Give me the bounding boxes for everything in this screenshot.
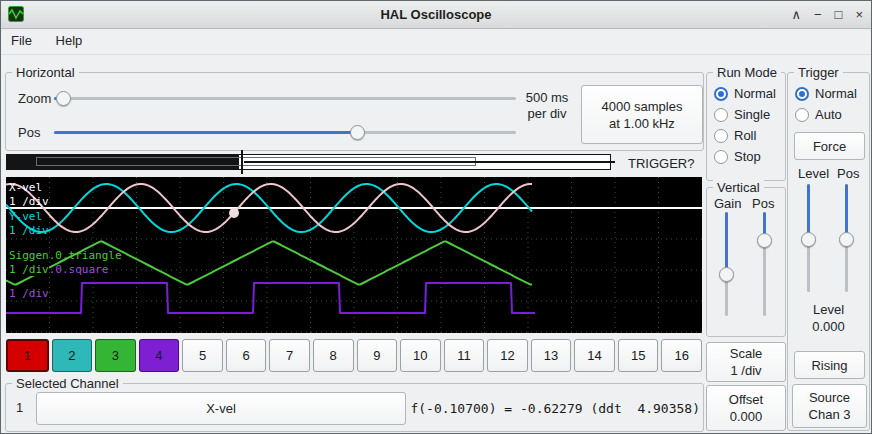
trigger-option-auto[interactable]: Auto: [795, 104, 857, 125]
close-icon[interactable]: ×: [855, 7, 863, 22]
runmode-option-roll[interactable]: Roll: [714, 125, 776, 146]
channel-button-10[interactable]: 10: [400, 339, 441, 372]
trigger-pos-slider-knob[interactable]: [839, 232, 854, 247]
channel-button-11[interactable]: 11: [444, 339, 485, 372]
trigger-pos-label: Pos: [837, 166, 859, 181]
channel-strip: 12345678910111213141516: [6, 339, 702, 372]
force-button[interactable]: Force: [794, 132, 865, 160]
vertical-gain-slider-knob[interactable]: [719, 267, 734, 282]
channel-button-14[interactable]: 14: [574, 339, 615, 372]
shade-icon[interactable]: ∧: [791, 7, 801, 22]
samples-button[interactable]: 4000 samples at 1.00 kHz: [581, 85, 703, 144]
run-mode-group-label: Run Mode: [713, 65, 781, 80]
trigger-radios: NormalAuto: [795, 83, 857, 125]
selected-channel-name-button[interactable]: X-vel: [36, 392, 406, 425]
selected-channel-number: 1: [16, 400, 23, 415]
maximize-icon[interactable]: □: [835, 7, 843, 22]
channel-button-2[interactable]: 2: [52, 339, 93, 372]
menu-help[interactable]: Help: [46, 29, 93, 52]
channel-button-13[interactable]: 13: [531, 339, 572, 372]
app-window: HAL Oscilloscope ∧ − □ × File Help Horiz…: [0, 0, 872, 434]
pos-label: Pos: [18, 125, 40, 140]
channel-button-7[interactable]: 7: [269, 339, 310, 372]
trigger-level-value: 0.000: [788, 318, 869, 336]
scope-label-ch2-name: Y-vel: [9, 210, 42, 223]
vertical-group-label: Vertical: [713, 180, 764, 195]
trigger-status-label: TRIGGER?: [628, 156, 694, 171]
horizontal-group: Horizontal Zoom 500 ms per div 4000 samp…: [5, 72, 704, 151]
trigger-source-button[interactable]: Source Chan 3: [792, 384, 867, 428]
channel-button-6[interactable]: 6: [226, 339, 267, 372]
trigger-group: Trigger NormalAuto Force Level Pos Level…: [787, 72, 870, 431]
radio-selected-icon: [714, 87, 728, 101]
vertical-pos-slider[interactable]: [757, 212, 772, 316]
vertical-pos-slider-knob[interactable]: [757, 233, 772, 248]
window-controls: ∧ − □ ×: [791, 1, 863, 28]
radio-selected-icon: [795, 87, 809, 101]
minimize-icon[interactable]: −: [814, 7, 822, 22]
selected-channel-group-label: Selected Channel: [12, 376, 123, 391]
trigger-option-normal[interactable]: Normal: [795, 83, 857, 104]
channel-button-8[interactable]: 8: [313, 339, 354, 372]
channel-button-1[interactable]: 1: [6, 339, 49, 372]
runmode-option-stop[interactable]: Stop: [714, 146, 776, 167]
vertical-pos-label: Pos: [752, 196, 774, 211]
runmode-option-label: Normal: [734, 86, 776, 101]
scope-label-ch3-name: Siggen.0.triangle: [9, 249, 122, 262]
titlebar: HAL Oscilloscope ∧ − □ ×: [1, 1, 871, 29]
scope-label-ch3-scale: 1 /div: [9, 263, 49, 276]
selected-channel-group: Selected Channel 1 X-vel f(-0.10700) = -…: [5, 383, 704, 432]
runmode-option-label: Roll: [734, 128, 756, 143]
channel-button-5[interactable]: 5: [182, 339, 223, 372]
pos-slider-fill: [54, 131, 357, 134]
trigger-edge-button[interactable]: Rising: [794, 351, 865, 379]
vertical-gain-label: Gain: [714, 196, 741, 211]
scope-label-ch4-scale: 1 /div: [9, 287, 49, 300]
channel-button-9[interactable]: 9: [357, 339, 398, 372]
trigger-position-marker[interactable]: [241, 150, 243, 174]
pos-slider-knob[interactable]: [350, 125, 365, 140]
trigger-level-slider-knob[interactable]: [801, 232, 816, 247]
scope-channel-labels: X-vel1 /divY-vel1 /divSiggen.0.triangleS…: [6, 177, 702, 333]
capture-position-bar[interactable]: [6, 150, 626, 174]
trigger-level-slider[interactable]: [801, 184, 816, 292]
window-title: HAL Oscilloscope: [1, 7, 871, 22]
runmode-option-normal[interactable]: Normal: [714, 83, 776, 104]
radio-unselected-icon: [714, 129, 728, 143]
radio-unselected-icon: [795, 108, 809, 122]
zoom-label: Zoom: [18, 91, 51, 106]
scale-button[interactable]: Scale 1 /div: [706, 342, 786, 382]
zoom-slider-track: [54, 97, 516, 100]
zoom-slider[interactable]: [54, 90, 516, 106]
scope-label-ch1-name: X-vel: [9, 181, 42, 194]
scope-label-ch2-scale: 1 /div: [9, 224, 49, 237]
pos-slider[interactable]: [54, 124, 516, 140]
channel-button-3[interactable]: 3: [95, 339, 136, 372]
scope-label-ch1-scale: 1 /div: [9, 195, 49, 208]
run-mode-group: Run Mode NormalSingleRollStop: [706, 72, 786, 181]
channel-button-15[interactable]: 15: [618, 339, 659, 372]
per-div-readout: 500 ms per div: [514, 89, 580, 123]
offset-button[interactable]: Offset 0.000: [706, 385, 786, 431]
channel-button-12[interactable]: 12: [487, 339, 528, 372]
radio-unselected-icon: [714, 108, 728, 122]
trigger-pos-slider[interactable]: [839, 184, 854, 292]
radio-unselected-icon: [714, 150, 728, 164]
runmode-option-label: Stop: [734, 149, 761, 164]
trigger-group-label: Trigger: [794, 65, 843, 80]
channel-button-4[interactable]: 4: [139, 339, 180, 372]
run-mode-radios: NormalSingleRollStop: [714, 83, 776, 167]
scope-display[interactable]: X-vel1 /divY-vel1 /divSiggen.0.triangleS…: [6, 177, 702, 333]
menu-file[interactable]: File: [1, 29, 42, 52]
trigger-option-label: Normal: [815, 86, 857, 101]
capture-bar-line: [244, 161, 615, 163]
runmode-option-label: Single: [734, 107, 770, 122]
zoom-slider-knob[interactable]: [56, 91, 71, 106]
menubar: File Help: [1, 29, 871, 55]
runmode-option-single[interactable]: Single: [714, 104, 776, 125]
vertical-gain-slider[interactable]: [719, 212, 734, 316]
vertical-group: Vertical Gain Pos: [706, 187, 786, 337]
trigger-option-label: Auto: [815, 107, 842, 122]
trigger-level-label: Level: [798, 166, 829, 181]
channel-button-16[interactable]: 16: [661, 339, 702, 372]
